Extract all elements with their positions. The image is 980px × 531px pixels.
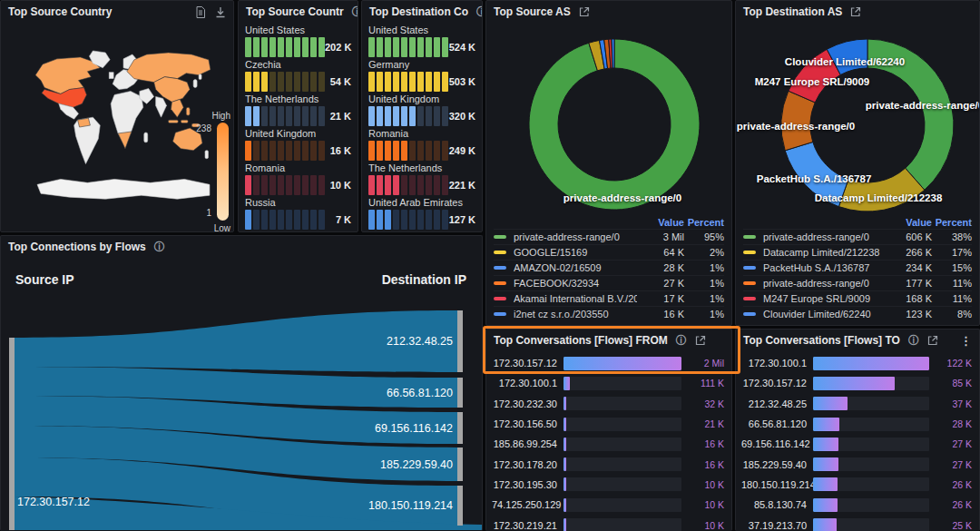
gauge-value: 524 K bbox=[449, 42, 475, 53]
info-icon[interactable]: ⓘ bbox=[352, 6, 358, 17]
panel-title[interactable]: Top Conversations [Flows] FROM bbox=[494, 334, 668, 347]
donut-slice-label: M247 Europe SRL/9009 bbox=[755, 76, 870, 87]
gauge-segment bbox=[377, 141, 383, 161]
gauge-segment bbox=[261, 210, 268, 230]
legend-color-dash bbox=[743, 251, 756, 254]
legend-row[interactable]: PacketHub S.A./136787234 K15% bbox=[743, 260, 972, 275]
conversation-row: 185.86.99.25416 K bbox=[492, 434, 724, 454]
info-icon[interactable]: ⓘ bbox=[908, 335, 919, 346]
legend-header-value[interactable]: Value bbox=[637, 217, 684, 228]
sankey-dest-node-label: 212.32.48.25 bbox=[387, 335, 453, 348]
gauge-segment bbox=[377, 37, 383, 57]
gauge-segment bbox=[253, 141, 260, 161]
legend-header-percent[interactable]: Percent bbox=[932, 217, 972, 228]
download-icon[interactable] bbox=[215, 6, 226, 18]
gauge-segment bbox=[426, 37, 432, 57]
legend-row[interactable]: GOOGLE/1516964 K2% bbox=[494, 244, 724, 260]
legend-color-dash bbox=[494, 251, 506, 254]
gauge-bar bbox=[245, 106, 325, 126]
legend-row[interactable]: FACEBOOK/3293427 K1% bbox=[494, 275, 724, 290]
panel-menu-icon[interactable]: ⋮ bbox=[960, 334, 972, 348]
legend-header: Value Percent bbox=[743, 215, 972, 229]
conversation-value: 111 K bbox=[688, 378, 724, 388]
gauge-segment bbox=[278, 37, 284, 57]
conversations-from-list: 172.30.157.122 Mil172.30.100.1111 K172.3… bbox=[492, 353, 724, 531]
conversation-bar-fill bbox=[813, 418, 839, 431]
gauge-segment bbox=[377, 106, 383, 126]
legend-series-name: Datacamp Limited/212238 bbox=[763, 247, 885, 258]
gauge-segment bbox=[270, 106, 276, 126]
gauge-row: Romania10 K bbox=[245, 162, 351, 196]
legend-row[interactable]: i2net cz s.r.o./20355016 K1% bbox=[494, 306, 724, 321]
source-as-donut bbox=[486, 1, 732, 215]
info-icon[interactable]: ⓘ bbox=[476, 6, 483, 17]
gauge-segment bbox=[318, 72, 325, 92]
legend-header-percent[interactable]: Percent bbox=[684, 217, 724, 228]
panel-title[interactable]: Top Source Countr bbox=[246, 5, 344, 18]
conversation-bar-track bbox=[564, 357, 681, 370]
gauge-segment bbox=[417, 210, 424, 230]
sankey-dest-node-label: 185.229.59.40 bbox=[380, 458, 453, 471]
panel-title[interactable]: Top Destination AS bbox=[743, 5, 842, 18]
panel-top-conversations-to: Top Conversations [Flows] TO ⓘ ⋮ 172.30.… bbox=[735, 329, 980, 531]
legend-percent: 1% bbox=[684, 262, 724, 273]
external-link-icon[interactable] bbox=[927, 335, 938, 346]
conversation-value: 10 K bbox=[688, 520, 724, 531]
gauge-segment bbox=[385, 72, 391, 92]
conversation-bar-track bbox=[813, 477, 929, 491]
conversation-value: 28 K bbox=[936, 418, 972, 429]
legend-row[interactable]: AMAZON-02/1650928 K1% bbox=[494, 260, 724, 275]
conversation-row: 172.30.157.1285 K bbox=[741, 373, 972, 393]
gauge-segment bbox=[417, 141, 424, 161]
legend-row[interactable]: Clouvider Limited/62240123 K8% bbox=[743, 306, 972, 321]
conversation-row: 212.32.48.2537 K bbox=[741, 394, 972, 414]
gauge-segment bbox=[377, 72, 383, 92]
legend-row[interactable]: private-address-range/03 Mil95% bbox=[494, 229, 724, 244]
gauge-segment bbox=[253, 175, 260, 195]
legend-percent: 11% bbox=[932, 293, 972, 304]
conversation-value: 27 K bbox=[936, 459, 972, 470]
gauge-segment bbox=[253, 72, 260, 92]
legend-row[interactable]: Akamai International B.V./2094017 K1% bbox=[494, 290, 724, 306]
legend-series-name: GOOGLE/15169 bbox=[514, 247, 637, 258]
gauge-segment bbox=[278, 106, 284, 126]
info-icon[interactable]: ⓘ bbox=[154, 241, 165, 252]
gauge-segment bbox=[426, 72, 432, 92]
info-icon[interactable]: ⓘ bbox=[676, 335, 687, 346]
legend-series-name: i2net cz s.r.o./203550 bbox=[514, 309, 637, 320]
panel-title[interactable]: Top Conversations [Flows] TO bbox=[743, 334, 900, 347]
donut-slice bbox=[612, 39, 614, 68]
legend-row[interactable]: private-address-range/0606 K38% bbox=[743, 229, 972, 244]
gauge-segment bbox=[245, 72, 251, 92]
panel-title[interactable]: Top Destination Co bbox=[369, 5, 468, 18]
gauge-segment bbox=[261, 72, 268, 92]
gauge-segment bbox=[278, 141, 284, 161]
legend-row[interactable]: Datacamp Limited/212238266 K17% bbox=[743, 244, 972, 260]
gauge-country-label: The Netherlands bbox=[245, 93, 351, 105]
panel-title[interactable]: Top Connections by Flows bbox=[8, 241, 146, 253]
external-link-icon[interactable] bbox=[579, 6, 590, 17]
gauge-segment bbox=[409, 141, 416, 161]
legend-percent: 1% bbox=[684, 278, 724, 289]
conversation-bar-fill bbox=[564, 418, 566, 431]
legend-color-dash bbox=[494, 235, 506, 239]
conversation-value: 25 K bbox=[936, 520, 972, 531]
gauge-row: United Arab Emirates127 K bbox=[368, 196, 475, 231]
gauge-segment bbox=[253, 106, 260, 126]
legend-percent: 8% bbox=[932, 309, 972, 320]
gauge-segment bbox=[385, 210, 391, 230]
legend-row[interactable]: M247 Europe SRL/9009168 K11% bbox=[743, 290, 972, 306]
gauge-segment bbox=[286, 141, 292, 161]
report-document-icon[interactable] bbox=[195, 6, 206, 18]
panel-top-source-country-map: Top Source Country bbox=[0, 0, 234, 232]
map-legend-low-label: Low bbox=[214, 223, 230, 232]
gauge-value: 7 K bbox=[336, 214, 351, 225]
external-link-icon[interactable] bbox=[695, 335, 706, 346]
external-link-icon[interactable] bbox=[850, 6, 861, 17]
legend-header-value[interactable]: Value bbox=[885, 217, 932, 228]
gauge-segment bbox=[278, 210, 284, 230]
gauge-segment bbox=[294, 210, 300, 230]
panel-title[interactable]: Top Source Country bbox=[8, 5, 112, 18]
legend-row[interactable]: private-address-range/0177 K11% bbox=[743, 275, 972, 290]
panel-title[interactable]: Top Source AS bbox=[494, 5, 571, 18]
